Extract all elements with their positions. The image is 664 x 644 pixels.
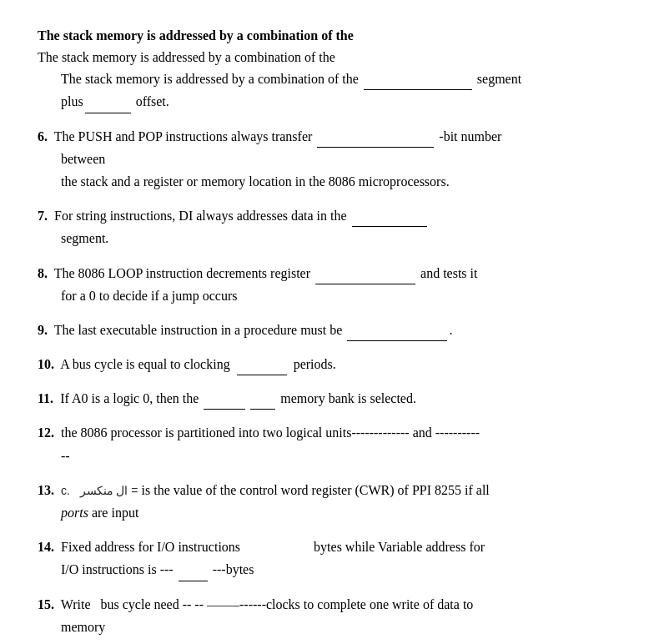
question-8: 8. The 8086 LOOP instruction decrements …	[38, 262, 626, 307]
question-7: 7. For string instructions, DI always ad…	[38, 204, 626, 249]
q5-text1-label: The stack memory is addressed by a combi…	[61, 72, 362, 86]
q11-blank1	[204, 395, 245, 410]
q14-blank1	[179, 566, 208, 581]
q11-text1: If A0 is a logic 0, then the	[60, 391, 202, 405]
q15-memory: memory	[61, 620, 105, 634]
q12-text1: the 8086 processor is partitioned into t…	[61, 425, 480, 440]
q6-text3: the stack and a register or memory locat…	[61, 174, 450, 189]
q9-blank1	[347, 326, 447, 341]
q6-between: between	[61, 152, 105, 166]
question-11: 11. If A0 is a logic 0, then the memory …	[38, 387, 626, 410]
q11-text2: memory bank is selected.	[277, 391, 416, 405]
q15-dashes: ------clocks to complete one write of da…	[239, 597, 473, 611]
q7-blank1	[352, 213, 427, 228]
q5-number: The stack memory is addressed by a combi…	[38, 25, 354, 47]
q11-number: 11.	[38, 391, 57, 405]
q14-number: 14.	[38, 540, 58, 554]
q5-text2: segment	[474, 72, 521, 86]
q14-text1: Fixed address for I/O instructions	[61, 540, 240, 554]
q6-text1: The PUSH and POP instructions always tra…	[54, 129, 316, 143]
q13-text2: ports are input	[61, 506, 138, 520]
q14-text3: I/O instructions is ---	[61, 562, 177, 576]
question-6: 6. The PUSH and POP instructions always …	[38, 125, 626, 194]
q13-handwritten: c. ال منكسر =	[61, 484, 138, 497]
q6-blank1	[317, 133, 434, 148]
q14-text4: ---bytes	[209, 562, 254, 576]
question-15: 15. Write bus cycle need -- -- ———------…	[38, 593, 626, 638]
q5-offset: offset.	[133, 94, 169, 108]
q6-number: 6.	[38, 129, 51, 143]
q13-text1: is the value of the control word registe…	[142, 483, 490, 497]
q7-number: 7.	[38, 209, 51, 223]
q9-number: 9.	[38, 323, 51, 337]
q10-text2: periods.	[294, 357, 336, 371]
q15-number: 15.	[38, 597, 58, 611]
q12-text2: --	[61, 449, 70, 463]
q7-text1: For string instructions, DI always addre…	[54, 209, 350, 223]
q11-blank2	[250, 395, 275, 410]
question-12: 12. the 8086 processor is partitioned in…	[38, 421, 626, 466]
q5-plus: plus	[61, 94, 83, 108]
q9-text1: The last executable instruction in a pro…	[54, 323, 346, 337]
q5-text1: The stack memory is addressed by a combi…	[38, 47, 335, 68]
q6-text2: -bit number	[435, 129, 501, 143]
question-9: 9. The last executable instruction in a …	[38, 319, 626, 341]
q8-text1: The 8086 LOOP instruction decrements reg…	[54, 266, 314, 280]
q7-segment: segment.	[61, 231, 108, 245]
question-14: 14. Fixed address for I/O instructions b…	[38, 536, 626, 581]
q15-handwritten: ———	[207, 599, 239, 611]
q8-text3: for a 0 to decide if a jump occurs	[61, 289, 237, 303]
q8-blank1	[315, 269, 415, 284]
q10-blank1	[237, 361, 287, 376]
q9-period: .	[449, 323, 452, 337]
q14-text2: bytes while Variable address for	[314, 540, 485, 554]
q10-text1: A bus cycle is equal to clocking	[60, 357, 230, 371]
q15-text1: Write bus cycle need -- --	[61, 597, 207, 611]
q5-blank1	[364, 76, 472, 91]
question-5: The stack memory is addressed by a combi…	[38, 25, 626, 113]
question-13: 13. c. ال منكسر = is the value of the co…	[38, 479, 626, 524]
q5-blank2	[85, 98, 131, 113]
q8-number: 8.	[38, 266, 51, 280]
q10-number: 10.	[38, 357, 58, 371]
q8-text2: and tests it	[417, 266, 477, 280]
question-10: 10. A bus cycle is equal to clockingperi…	[38, 353, 626, 375]
q12-number: 12.	[38, 425, 58, 440]
q13-number: 13.	[38, 483, 58, 497]
